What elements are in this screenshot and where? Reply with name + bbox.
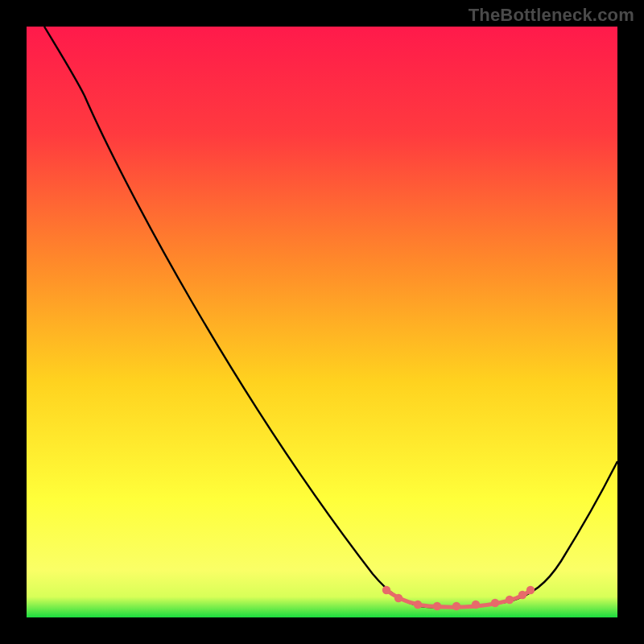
- trough-dot: [382, 586, 390, 594]
- trough-dot: [472, 601, 480, 609]
- chart-frame: TheBottleneck.com: [0, 0, 644, 644]
- gradient-background: [27, 27, 617, 617]
- watermark-text: TheBottleneck.com: [469, 5, 634, 26]
- plot-area: [27, 27, 617, 617]
- trough-dot: [491, 599, 499, 607]
- trough-dot: [394, 594, 402, 602]
- trough-dot: [414, 601, 422, 609]
- trough-dot: [526, 586, 535, 594]
- plot-svg: [27, 27, 617, 617]
- trough-dot: [518, 591, 526, 599]
- trough-dot: [452, 602, 460, 610]
- trough-dot: [433, 602, 441, 610]
- trough-dot: [506, 596, 514, 604]
